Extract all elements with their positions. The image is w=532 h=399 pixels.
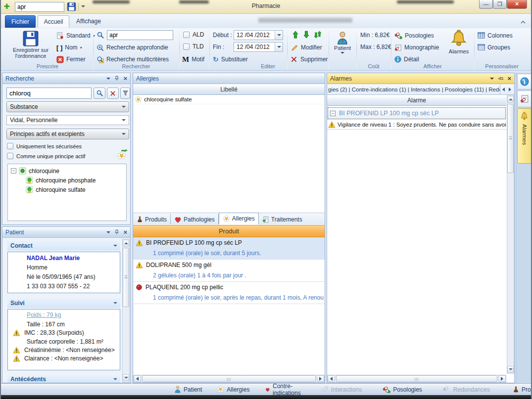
colonnes-button[interactable]: Colonnes [478, 31, 513, 41]
tree-node-child[interactable]: chloroquine sulfate [8, 185, 126, 194]
poids-row[interactable]: Poids : 79 kg [8, 310, 120, 318]
produit-column-header[interactable]: Produit [133, 225, 325, 237]
libelle-column-header[interactable]: Libellé [133, 84, 325, 95]
tabs-scroll-right-icon[interactable] [509, 88, 511, 91]
panel-menu-icon[interactable] [490, 78, 494, 80]
scroll-left-button[interactable] [134, 375, 141, 382]
posologies-button[interactable]: Posologies [394, 31, 434, 41]
status-posologies[interactable]: Posologies [383, 386, 422, 394]
tld-checkbox-row[interactable]: TLD [183, 43, 204, 50]
scroll-up-button[interactable] [507, 96, 514, 103]
close-button[interactable]: × [507, 0, 527, 9]
scroll-up-button[interactable] [123, 240, 129, 247]
product-row[interactable]: PLAQUENIL 200 mg cp pellic 1 comprimé (o… [133, 282, 325, 304]
product-row[interactable]: DOLIPRANE 500 mg gél 2 gélules (orale) 1… [133, 260, 325, 282]
alarms-vscrollbar[interactable]: ☰ [507, 95, 514, 374]
motif-button[interactable]: M Motif [182, 54, 204, 64]
minimize-button[interactable]: — [479, 0, 493, 9]
allergy-row[interactable]: chloroquine sulfate [133, 95, 325, 104]
status-produits[interactable]: Produits [513, 386, 532, 393]
status-redondances[interactable]: Redondances [443, 386, 490, 394]
alarm-alert-row[interactable]: Vigilance de niveau 1 : Soyez prudents. … [327, 120, 506, 130]
debut-datebox[interactable]: 12 /04 /2012 [234, 30, 283, 40]
securisees-checkbox[interactable] [7, 143, 13, 149]
patient-button[interactable]: Patient [331, 30, 354, 63]
alarme-column-header[interactable]: Alarme [327, 95, 506, 106]
scroll-right-button[interactable] [317, 375, 324, 382]
status-contre-indications[interactable]: Contre-indications [265, 383, 303, 397]
fin-dropdown-icon[interactable] [275, 43, 283, 51]
alarm-category-tabs[interactable]: gies (2) | Contre-indications (1) | Inte… [327, 84, 514, 95]
tree-node-root[interactable]: − chloroquine [8, 166, 126, 176]
scroll-thumb[interactable]: ☰ [123, 248, 129, 307]
save-ordonnance-button[interactable]: Enregistrer sur l'ordonnance [7, 30, 54, 62]
pin-icon[interactable] [114, 229, 119, 235]
scroll-right-button[interactable] [498, 375, 506, 382]
status-interactions[interactable]: Interactions [321, 386, 362, 393]
recherche-approfondie-button[interactable]: Recherche approfondie [97, 43, 168, 52]
group-collapse-icon[interactable]: − [330, 111, 336, 116]
scroll-thumb[interactable]: ||| [142, 375, 316, 382]
alarmes-button[interactable]: Alarmes [445, 29, 472, 64]
debut-dropdown-icon[interactable] [275, 31, 283, 40]
arrow-up-down-icon[interactable] [314, 31, 322, 39]
search-clear-button[interactable] [107, 88, 119, 99]
patient-scrollbar[interactable]: ☰ [122, 239, 130, 383]
modifier-button[interactable]: Modifier [291, 43, 322, 52]
detail-button[interactable]: Détail [394, 54, 419, 64]
scroll-down-button[interactable] [123, 374, 129, 381]
antecedents-section-header[interactable]: Antécédents [7, 375, 120, 383]
suivi-section-header[interactable]: Suivi [7, 298, 120, 308]
arrow-down-icon[interactable] [303, 31, 310, 39]
tab-accueil[interactable]: Accueil [38, 15, 69, 28]
collapse-ribbon-button[interactable] [520, 20, 527, 25]
scroll-thumb[interactable]: ||| [336, 375, 497, 382]
tab-fichier[interactable]: Fichier [5, 15, 36, 28]
detail-dock-button[interactable] [517, 74, 532, 89]
panel-menu-icon[interactable] [106, 231, 110, 233]
pin-icon[interactable] [114, 76, 119, 81]
tab-pathologies[interactable]: Pathologies [171, 214, 219, 224]
ribbon-search-input[interactable] [107, 30, 173, 40]
alarms-hscrollbar[interactable]: ||| [327, 375, 506, 383]
tree-collapse-icon[interactable]: − [11, 168, 16, 174]
poids-link[interactable]: Poids : 79 kg [27, 311, 61, 318]
tab-affichage[interactable]: Affichage [71, 15, 106, 28]
tab-traitements[interactable]: Traitements [259, 214, 306, 224]
nom-button[interactable]: [ ] Nom▾ [56, 43, 82, 52]
tabs-scroll-left-icon[interactable] [502, 88, 505, 91]
principes-combo[interactable]: Principes actifs et excipients [6, 129, 129, 139]
scroll-down-button[interactable] [507, 366, 514, 373]
groupes-button[interactable]: Groupes [478, 43, 510, 52]
principe-actif-checkbox-row[interactable]: Comme unique principe actif [7, 153, 85, 159]
monographie-dock-button[interactable] [517, 90, 532, 107]
arrow-up-icon[interactable] [292, 31, 299, 39]
panel-close-icon[interactable]: × [123, 76, 127, 82]
maximize-button[interactable]: ❐ [493, 0, 507, 9]
panel-close-icon[interactable]: × [123, 229, 127, 235]
contact-section-header[interactable]: Contact [7, 241, 120, 251]
panel-close-icon[interactable]: × [507, 76, 511, 82]
fin-datebox[interactable]: 12 /04 /2012 [234, 42, 283, 52]
scroll-left-button[interactable] [328, 375, 335, 382]
search-go-button[interactable] [94, 88, 105, 99]
status-patient[interactable]: Patient [174, 386, 202, 393]
standard-button[interactable]: Standard▾ [56, 31, 95, 41]
substance-search-input[interactable] [6, 88, 92, 99]
monographie-button[interactable]: Monographie [394, 43, 439, 52]
alarm-group-row[interactable]: − BI PROFENID LP 100 mg cp séc LP [327, 107, 506, 120]
ald-checkbox-row[interactable]: ALD [183, 31, 204, 38]
securisees-checkbox-row[interactable]: Uniquement les sécurisées [7, 143, 82, 149]
pin-horizontal-icon[interactable] [498, 76, 503, 81]
referentiel-combo[interactable]: Vidal, Personnelle [6, 115, 129, 125]
fermer-button[interactable]: Fermer [56, 54, 86, 64]
substance-combo[interactable]: Substance [6, 101, 129, 112]
scroll-thumb[interactable]: ☰ [507, 104, 514, 173]
tld-checkbox[interactable] [183, 44, 190, 50]
tab-allergies[interactable]: Allergies [219, 213, 259, 224]
tab-produits[interactable]: Produits [133, 214, 171, 224]
recherche-multicriteres-button[interactable]: Recherche multicritères [97, 54, 169, 64]
alarmes-dock-tab[interactable]: Alarmes [517, 108, 532, 164]
alarm-tabs-text[interactable]: gies (2) | Contre-indications (1) | Inte… [328, 87, 500, 92]
substituer-button[interactable]: ↻ Substituer [213, 54, 248, 64]
